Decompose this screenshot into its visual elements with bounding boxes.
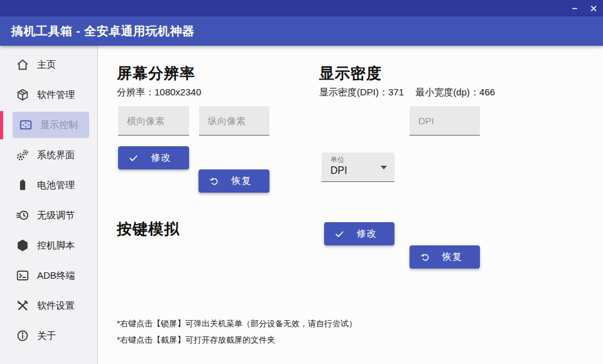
- unit-dropdown-label: 单位: [330, 156, 388, 164]
- unit-dropdown-value: DPI: [330, 164, 388, 178]
- sidebar-item-control-script[interactable]: 控机脚本: [0, 230, 97, 260]
- dpi-label: 显示密度(DPI)：: [319, 87, 388, 97]
- sidebar-item-label: 显示控制: [40, 119, 78, 131]
- timer-icon: [16, 208, 30, 222]
- sidebar-item-battery[interactable]: 电池管理: [0, 170, 97, 200]
- sidebar-item-label: 无级调节: [37, 210, 75, 222]
- sidebar: 主页 软件管理 显示控制 系统界面 电池管理 无级调节 控机脚本: [0, 46, 98, 364]
- resolution-heading: 屏幕分辨率: [117, 63, 195, 83]
- sidebar-item-label: 软件设置: [37, 300, 75, 312]
- terminal-icon: [16, 269, 30, 282]
- gears-icon: [16, 148, 30, 162]
- sidebar-item-about[interactable]: 关于: [0, 321, 97, 351]
- sidebar-item-home[interactable]: 主页: [0, 50, 97, 80]
- sidebar-item-label: 系统界面: [37, 149, 75, 161]
- app-window: – ✕ 搞机工具箱 - 全安卓通用玩机神器 主页 软件管理 显示控制 系统界面 …: [0, 0, 603, 364]
- sidebar-item-label: 关于: [37, 330, 56, 342]
- dpi-value: 371: [388, 87, 404, 97]
- resolution-restore-button[interactable]: 恢复: [198, 169, 269, 193]
- resolution-value: 分辨率：1080x2340: [117, 87, 201, 99]
- density-modify-button[interactable]: 修改: [324, 222, 394, 245]
- tools-icon: [16, 299, 30, 313]
- display-icon: [19, 118, 33, 132]
- sidebar-item-display-control[interactable]: 显示控制: [13, 112, 89, 138]
- info-icon: [16, 329, 30, 343]
- home-icon: [16, 58, 30, 72]
- resolution-label: 分辨率：: [117, 87, 155, 97]
- caption-bar: – ✕: [0, 0, 603, 16]
- sidebar-item-label: 控机脚本: [37, 240, 75, 252]
- sidebar-item-label: 电池管理: [37, 179, 75, 191]
- modify-label: 修改: [357, 228, 377, 240]
- resolution-modify-button[interactable]: 修改: [118, 146, 189, 169]
- resolution-current: 1080x2340: [155, 87, 201, 97]
- sidebar-item-app-management[interactable]: 软件管理: [0, 80, 97, 110]
- app-header: 搞机工具箱 - 全安卓通用玩机神器: [0, 16, 603, 46]
- minwidth-value: 466: [479, 87, 495, 97]
- dpi-input[interactable]: [410, 106, 480, 136]
- modify-label: 修改: [151, 152, 171, 164]
- sidebar-item-label: 软件管理: [37, 89, 75, 101]
- restore-label: 恢复: [232, 175, 252, 187]
- check-icon: [334, 228, 345, 239]
- check-icon: [128, 153, 139, 163]
- main-content: 屏幕分辨率 分辨率：1080x2340 修改 恢复 显示密度 显示密度(DPI)…: [99, 46, 603, 364]
- minimize-button[interactable]: –: [565, 0, 584, 16]
- restore-icon: [420, 252, 431, 263]
- restore-label: 恢复: [442, 251, 462, 263]
- sidebar-item-settings[interactable]: 软件设置: [0, 291, 97, 321]
- sidebar-item-adb-terminal[interactable]: ADB终端: [0, 260, 97, 291]
- minwidth-label: 最小宽度(dp)：: [415, 87, 479, 97]
- restore-icon: [209, 176, 220, 187]
- density-heading: 显示密度: [319, 63, 382, 83]
- package-icon: [16, 88, 30, 102]
- sidebar-item-system-ui[interactable]: 系统界面: [0, 140, 97, 170]
- vertical-pixels-input[interactable]: [199, 106, 269, 136]
- unit-dropdown[interactable]: 单位 DPI: [322, 153, 394, 182]
- selected-accent-bar: [0, 111, 3, 139]
- sidebar-item-stepless-adjust[interactable]: 无级调节: [0, 200, 97, 230]
- note-lock: *右键点击【锁屏】可弹出关机菜单（部分设备无效，请自行尝试）: [117, 318, 357, 329]
- sidebar-item-label: 主页: [37, 59, 56, 71]
- density-info: 显示密度(DPI)：371 最小宽度(dp)：466: [319, 87, 495, 99]
- note-screenshot: *右键点击【截屏】可打开存放截屏的文件夹: [117, 335, 275, 346]
- close-button[interactable]: ✕: [584, 0, 603, 16]
- chevron-down-icon: [381, 166, 387, 169]
- keysim-heading: 按键模拟: [117, 219, 180, 239]
- horizontal-pixels-input[interactable]: [118, 106, 189, 136]
- sidebar-item-label: ADB终端: [37, 270, 75, 282]
- app-title: 搞机工具箱 - 全安卓通用玩机神器: [11, 23, 194, 40]
- density-restore-button[interactable]: 恢复: [410, 245, 480, 269]
- hexagon-icon: [16, 238, 30, 252]
- battery-icon: [16, 178, 30, 192]
